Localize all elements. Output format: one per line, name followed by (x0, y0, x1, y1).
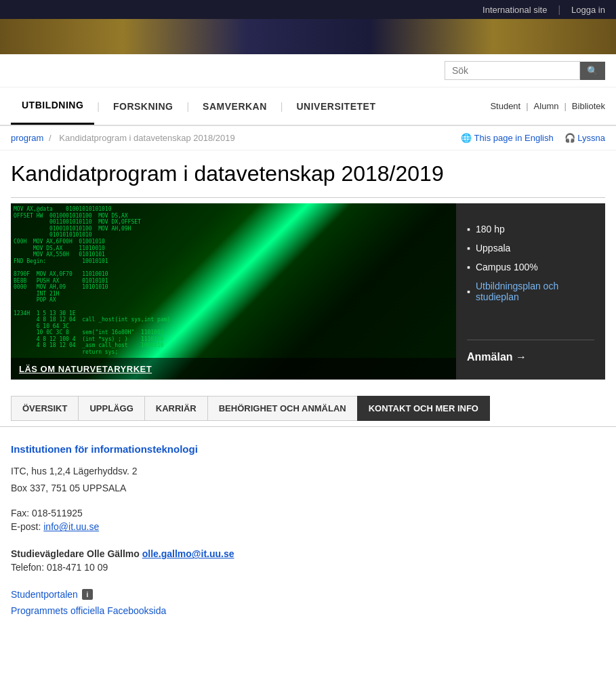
hero-studyplan[interactable]: Utbildningsplan och studieplan (467, 277, 594, 306)
tab-kontakt[interactable]: KONTAKT OCH MER INFO (357, 396, 490, 421)
page-title-section: Kandidatprogram i datavetenskap 2018/201… (0, 150, 616, 203)
globe-icon: 🌐 (461, 133, 472, 143)
nav-utbildning[interactable]: UTBILDNING (11, 87, 94, 125)
sec-sep-1: | (526, 101, 528, 111)
breadcrumb-row: program / Kandidatprogram i datavetenska… (0, 126, 616, 150)
address-line2: Box 337, 751 05 UPPSALA (11, 480, 605, 497)
nav-alumn[interactable]: Alumn (534, 101, 559, 111)
nav-sep-2: | (184, 101, 192, 112)
studentportalen-item: Studentportalen i (11, 589, 605, 600)
studentportalen-link[interactable]: Studentportalen (11, 589, 78, 600)
content-section: Institutionen för informationsteknologi … (0, 427, 616, 638)
international-link[interactable]: International site (482, 5, 547, 15)
naturvetaryrket-link[interactable]: LÄS OM NATURVETARYRKET (19, 364, 152, 374)
english-link[interactable]: 🌐 This page in English (461, 133, 553, 143)
facebook-link[interactable]: Programmets officiella Facebooksida (11, 605, 166, 616)
links-section: Studentportalen i Programmets officiella… (11, 589, 605, 616)
primary-nav: UTBILDNING | FORSKNING | SAMVERKAN | UNI… (11, 87, 490, 125)
email-label: E-post: (11, 521, 43, 532)
address-block: ITC, hus 1,2,4 Lägerhyddsv. 2 Box 337, 7… (11, 463, 605, 497)
tab-karriar[interactable]: KARRIÄR (144, 396, 207, 421)
login-link[interactable]: Logga in (571, 5, 605, 15)
hero-info-box: 180 hp Uppsala Campus 100% Utbildningspl… (456, 203, 605, 380)
breadcrumb-program[interactable]: program (11, 133, 43, 143)
search-row: 🔍 (0, 54, 616, 87)
studyplan-link[interactable]: Utbildningsplan och studieplan (476, 281, 594, 302)
nav-student[interactable]: Student (490, 101, 520, 111)
header-image (0, 19, 616, 54)
fax-line: Fax: 018-511925 (11, 508, 605, 518)
nav-forskning[interactable]: FORSKNING (102, 89, 184, 124)
tabs-section: ÖVERSIKT UPPLÄGG KARRIÄR BEHÖRIGHET OCH … (0, 390, 616, 427)
nav-universitetet[interactable]: UNIVERSITETET (285, 89, 386, 124)
hero-anmalan[interactable]: Anmälan → (467, 340, 594, 363)
tab-oversikt[interactable]: ÖVERSIKT (11, 396, 78, 421)
advisor-section: Studievägledare Olle Gällmo olle.gallmo@… (11, 548, 605, 573)
sec-sep-2: | (564, 101, 566, 111)
hero-city: Uppsala (467, 239, 594, 258)
nav-sep-1: | (94, 101, 102, 112)
tab-behorighet[interactable]: BEHÖRIGHET OCH ANMÄLAN (207, 396, 357, 421)
nav-samverkan[interactable]: SAMVERKAN (192, 89, 278, 124)
info-badge: i (82, 589, 93, 600)
listen-link[interactable]: 🎧 Lyssna (564, 133, 605, 143)
nav-sep-3: | (278, 101, 286, 112)
top-bar: International site | Logga in (0, 0, 616, 19)
hero-hp: 180 hp (467, 220, 594, 239)
institution-link[interactable]: Institutionen för informationsteknologi (11, 443, 605, 455)
main-nav: UTBILDNING | FORSKNING | SAMVERKAN | UNI… (0, 87, 616, 126)
hero-info-list: 180 hp Uppsala Campus 100% Utbildningspl… (467, 220, 594, 306)
breadcrumb-current: Kandidatprogram i datavetenskap 2018/201… (59, 133, 234, 143)
advisor-label: Studievägledare Olle Gällmo (11, 548, 140, 559)
anmalan-link[interactable]: Anmälan → (467, 351, 527, 363)
hero-cta[interactable]: LÄS OM NATURVETARYRKET (11, 358, 456, 380)
nav-bibliotek[interactable]: Bibliotek (572, 101, 605, 111)
search-input[interactable] (445, 61, 580, 80)
advisor-email-link[interactable]: olle.gallmo@it.uu.se (142, 548, 234, 559)
page-title: Kandidatprogram i datavetenskap 2018/201… (11, 161, 605, 198)
tab-upplägg[interactable]: UPPLÄGG (78, 396, 144, 421)
email-link[interactable]: info@it.uu.se (43, 521, 99, 532)
email-line: E-post: info@it.uu.se (11, 521, 605, 532)
facebook-item: Programmets officiella Facebooksida (11, 605, 605, 616)
breadcrumb: program / Kandidatprogram i datavetenska… (11, 133, 238, 143)
hero-campus: Campus 100% (467, 258, 594, 277)
hero-background: MOV AX,@data 01001010101010 OFFSET HW 00… (11, 203, 456, 380)
headphone-icon: 🎧 (564, 133, 575, 143)
english-label: This page in English (474, 133, 554, 143)
listen-label: Lyssna (577, 133, 605, 143)
search-button[interactable]: 🔍 (580, 62, 605, 80)
header-banner (0, 19, 616, 54)
hero-image: MOV AX,@data 01001010101010 OFFSET HW 00… (11, 203, 456, 380)
breadcrumb-actions: 🌐 This page in English 🎧 Lyssna (461, 133, 605, 143)
search-box: 🔍 (445, 61, 605, 80)
address-line1: ITC, hus 1,2,4 Lägerhyddsv. 2 (11, 463, 605, 480)
secondary-nav: Student | Alumn | Bibliotek (490, 101, 605, 111)
search-icon: 🔍 (587, 66, 598, 76)
top-sep: | (558, 4, 560, 15)
tabs: ÖVERSIKT UPPLÄGG KARRIÄR BEHÖRIGHET OCH … (11, 396, 605, 421)
code-overlay: MOV AX,@data 01001010101010 OFFSET HW 00… (11, 203, 456, 380)
advisor-phone: Telefon: 018-471 10 09 (11, 562, 605, 573)
advisor-name: Studievägledare Olle Gällmo olle.gallmo@… (11, 548, 605, 559)
breadcrumb-sep: / (49, 133, 54, 143)
hero-section: MOV AX,@data 01001010101010 OFFSET HW 00… (0, 203, 616, 390)
